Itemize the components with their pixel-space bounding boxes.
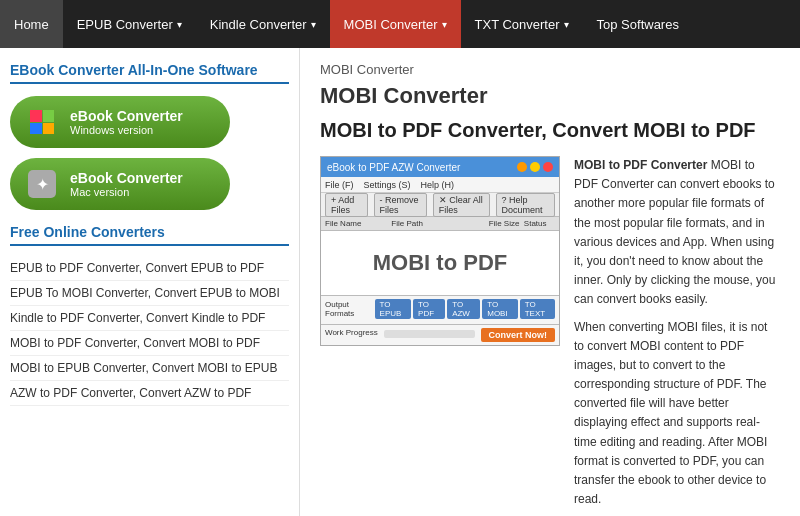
text-para2: When converting MOBI files, it is not to… [574, 318, 780, 510]
mobi-dropdown-arrow: ▾ [442, 19, 447, 30]
ss-minimize-btn [517, 162, 527, 172]
sidebar-link-kindle-pdf[interactable]: Kindle to PDF Converter, Convert Kindle … [10, 306, 289, 331]
ss-progress-row: Work Progress Convert Now! [321, 324, 559, 345]
ss-mobi-label: MOBI to PDF [373, 250, 507, 276]
ebook-mac-sublabel: Mac version [70, 186, 183, 198]
ebook-mac-label: eBook Converter [70, 170, 183, 186]
nav-txt[interactable]: TXT Converter ▾ [461, 0, 583, 48]
ebook-windows-sublabel: Windows version [70, 124, 183, 136]
sidebar-link-azw-pdf[interactable]: AZW to PDF Converter, Convert AZW to PDF [10, 381, 289, 406]
ss-output-row: Output Formats TO EPUB TO PDF TO AZW TO … [321, 295, 559, 324]
ss-maximize-btn [530, 162, 540, 172]
ss-convert-button: Convert Now! [481, 328, 556, 342]
ss-close-btn [543, 162, 553, 172]
kindle-dropdown-arrow: ▾ [311, 19, 316, 30]
sidebar-link-epub-pdf[interactable]: EPUB to PDF Converter, Convert EPUB to P… [10, 256, 289, 281]
sidebar-link-epub-mobi[interactable]: EPUB To MOBI Converter, Convert EPUB to … [10, 281, 289, 306]
main-content: MOBI Converter MOBI Converter MOBI to PD… [300, 48, 800, 516]
sidebar: EBook Converter All-In-One Software eBoo… [0, 48, 300, 516]
txt-dropdown-arrow: ▾ [564, 19, 569, 30]
epub-dropdown-arrow: ▾ [177, 19, 182, 30]
article-title: MOBI to PDF Converter, Convert MOBI to P… [320, 119, 780, 142]
ss-body: MOBI to PDF [321, 231, 559, 295]
ebook-windows-label: eBook Converter [70, 108, 183, 124]
page-layout: EBook Converter All-In-One Software eBoo… [0, 48, 800, 516]
ss-menu: File (F) Settings (S) Help (H) [321, 177, 559, 193]
nav-home[interactable]: Home [0, 0, 63, 48]
article-text: MOBI to PDF Converter MOBI to PDF Conver… [574, 156, 780, 516]
sidebar-link-mobi-pdf[interactable]: MOBI to PDF Converter, Convert MOBI to P… [10, 331, 289, 356]
ebook-windows-button[interactable]: eBook Converter Windows version [10, 96, 230, 148]
ss-column-headers: File Name File Path File Size Status [321, 217, 559, 231]
nav-mobi[interactable]: MOBI Converter ▾ [330, 0, 461, 48]
ebook-mac-button[interactable]: ✦ eBook Converter Mac version [10, 158, 230, 210]
sidebar-link-mobi-epub[interactable]: MOBI to EPUB Converter, Convert MOBI to … [10, 356, 289, 381]
nav-top-softwares[interactable]: Top Softwares [583, 0, 693, 48]
ss-titlebar: eBook to PDF AZW Converter [321, 157, 559, 177]
windows-icon [24, 104, 60, 140]
ss-format-buttons: TO EPUB TO PDF TO AZW TO MOBI TO TEXT [375, 299, 555, 319]
free-converters-title: Free Online Converters [10, 224, 289, 246]
nav-epub[interactable]: EPUB Converter ▾ [63, 0, 196, 48]
content-block: eBook to PDF AZW Converter File (F) Sett… [320, 156, 780, 516]
ss-toolbar: + Add Files - Remove Files ✕ Clear All F… [321, 193, 559, 217]
app-screenshot: eBook to PDF AZW Converter File (F) Sett… [320, 156, 560, 346]
mac-icon: ✦ [24, 166, 60, 202]
breadcrumb: MOBI Converter [320, 62, 780, 77]
page-title: MOBI Converter [320, 83, 780, 109]
text-para1: MOBI to PDF Converter MOBI to PDF Conver… [574, 156, 780, 310]
navigation: Home EPUB Converter ▾ Kindle Converter ▾… [0, 0, 800, 48]
nav-kindle[interactable]: Kindle Converter ▾ [196, 0, 330, 48]
ss-progress-bar [384, 330, 475, 338]
sidebar-software-title: EBook Converter All-In-One Software [10, 62, 289, 84]
